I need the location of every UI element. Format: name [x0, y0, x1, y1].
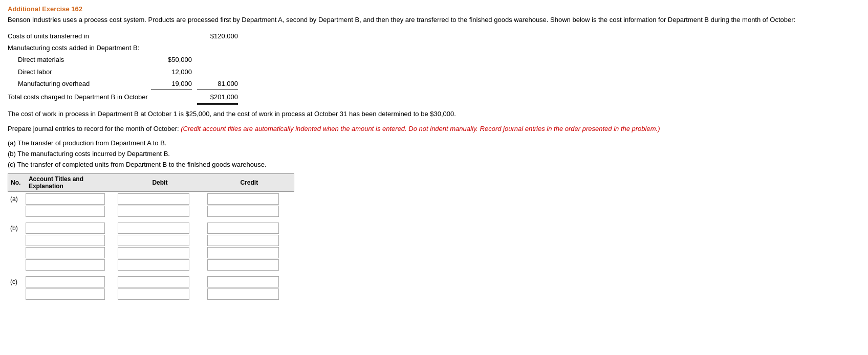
- entry-b-row3: [8, 247, 294, 258]
- cost-row3-label: Direct materials: [8, 54, 151, 65]
- entry-b-label: (b): [8, 225, 26, 232]
- entry-c-row2-account[interactable]: [26, 289, 105, 300]
- entry-b-row3-debit[interactable]: [118, 247, 189, 258]
- prepare-note: (Credit account titles are automatically…: [181, 125, 660, 132]
- cost-table: Costs of units transferred in $120,000 M…: [8, 30, 860, 105]
- entry-b-row2-account[interactable]: [26, 235, 105, 246]
- entry-b-row1-debit[interactable]: [118, 223, 189, 234]
- entry-b-block: (b): [8, 223, 294, 271]
- entry-a-row2: [8, 206, 294, 217]
- cost-row1-label: Costs of units transferred in: [8, 30, 151, 42]
- cost-row5-amount2: 81,000: [197, 78, 238, 90]
- description: Benson Industries uses a process cost sy…: [8, 15, 860, 25]
- entry-b-row3-credit[interactable]: [207, 247, 279, 258]
- header-no: No.: [8, 179, 26, 186]
- prepare-instruction: Prepare journal entries to record for th…: [8, 124, 860, 135]
- cost-row5-label: Manufacturing overhead: [8, 78, 151, 90]
- cost-row4-amount1: 12,000: [151, 66, 192, 78]
- entry-b-row4: [8, 259, 294, 271]
- entry-a-row2-debit[interactable]: [118, 206, 189, 217]
- entry-c-row1-debit[interactable]: [118, 276, 189, 287]
- entry-c-block: (c): [8, 276, 294, 300]
- entry-a-row2-account[interactable]: [26, 206, 105, 217]
- entry-b-row4-credit[interactable]: [207, 259, 279, 271]
- item-c: (c) The transfer of completed units from…: [8, 160, 860, 170]
- entry-a-row1-credit[interactable]: [207, 193, 279, 205]
- exercise-title: Additional Exercise 162: [8, 5, 860, 13]
- item-a: (a) The transfer of production from Depa…: [8, 138, 860, 149]
- entry-c-label: (c): [8, 278, 26, 285]
- entry-c-row1-account[interactable]: [26, 276, 105, 287]
- cost-row5-amount1: 19,000: [151, 78, 192, 90]
- entry-a-row2-credit[interactable]: [207, 206, 279, 217]
- entry-b-row2-credit[interactable]: [207, 235, 279, 246]
- header-credit: Credit: [205, 179, 294, 186]
- header-account: Account Titles and Explanation: [26, 175, 115, 190]
- entry-b-row1-account[interactable]: [26, 223, 105, 234]
- entry-a-row1: (a): [8, 193, 294, 205]
- journal-items-list: (a) The transfer of production from Depa…: [8, 138, 860, 170]
- cost-row1-amount2: $120,000: [197, 30, 238, 42]
- entry-b-row2: [8, 235, 294, 246]
- cost-row6-label: Total costs charged to Department B in O…: [8, 91, 151, 103]
- entry-b-row4-account[interactable]: [26, 259, 105, 271]
- cost-row4-label: Direct labor: [8, 66, 151, 78]
- prepare-label: Prepare journal entries to record for th…: [8, 125, 179, 132]
- entry-c-row2: [8, 289, 294, 300]
- entry-c-row1-credit[interactable]: [207, 276, 279, 287]
- entry-c-row2-debit[interactable]: [118, 289, 189, 300]
- entry-a-row1-account[interactable]: [26, 193, 105, 205]
- cost-row6-amount2: $201,000: [197, 91, 238, 104]
- entry-c-row1: (c): [8, 276, 294, 287]
- wip-text: The cost of work in process in Departmen…: [8, 109, 860, 120]
- entry-a-block: (a): [8, 193, 294, 217]
- entry-b-row2-debit[interactable]: [118, 235, 189, 246]
- journal-header-row: No. Account Titles and Explanation Debit…: [8, 173, 294, 192]
- entry-a-row1-debit[interactable]: [118, 193, 189, 205]
- entry-b-row4-debit[interactable]: [118, 259, 189, 271]
- entry-c-row2-credit[interactable]: [207, 289, 279, 300]
- header-debit: Debit: [115, 179, 204, 186]
- entry-a-label: (a): [8, 195, 26, 203]
- item-b: (b) The manufacturing costs incurred by …: [8, 149, 860, 160]
- entry-b-row1: (b): [8, 223, 294, 234]
- entry-b-row3-account[interactable]: [26, 247, 105, 258]
- cost-row3-amount1: $50,000: [151, 54, 192, 65]
- cost-row2-label: Manufacturing costs added in Department …: [8, 42, 151, 54]
- entry-b-row1-credit[interactable]: [207, 223, 279, 234]
